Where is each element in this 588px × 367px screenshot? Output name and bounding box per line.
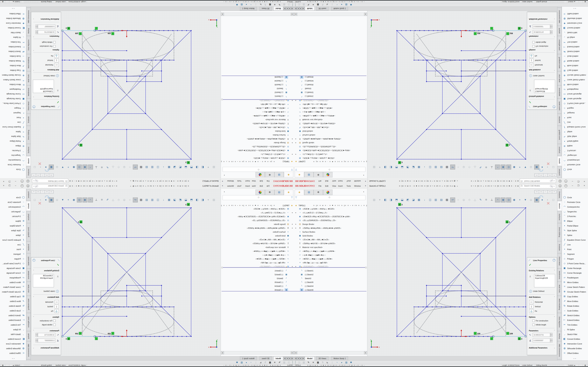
expand-chevron-icon[interactable]: ⌄ <box>554 347 555 349</box>
menu-item-file[interactable]: File <box>267 185 269 187</box>
tree-root[interactable]: ◈TЯPDL2.⊙ ƷƐ ⊙ Ш ⊙ ◦ ⊙ ✚ ⊙ ƆC ⊙ ƷƐ ⊙ • ⊙… <box>221 159 294 163</box>
view-toolbar-icon[interactable]: ✎ <box>478 165 483 169</box>
palette-item-centerpoint-arc[interactable]: ◠Centerpoint Arc <box>562 205 588 209</box>
palette-item-move-entities[interactable]: ⇗Move Entities <box>0 299 26 304</box>
doc-tab-model[interactable]: Model <box>305 6 315 11</box>
motion-toolbar-icon[interactable]: ▤ <box>239 361 244 364</box>
view-toolbar-icon[interactable]: ▨ <box>139 165 143 169</box>
palette-item-tangent-arc[interactable]: ◡Tangent Arc <box>562 153 588 158</box>
menu-item-tools[interactable]: Tools <box>237 185 242 187</box>
palette-item-sketch-fillet[interactable]: ◞Sketch Fillet <box>0 332 26 337</box>
ribbon-tab-mesh-modeling[interactable]: Mesh Modeling <box>557 296 562 313</box>
palette-item-offset-entities[interactable]: ⊂Offset Entities <box>0 351 26 356</box>
view-toolbar-icon[interactable]: ▥ <box>150 198 155 202</box>
palette-item-partial-ellipse[interactable]: ◖Partial Ellipse <box>562 139 588 143</box>
motion-toolbar-icon[interactable]: ◔ <box>335 3 339 6</box>
view-toolbar-icon[interactable]: ▦ <box>417 165 421 169</box>
view-toolbar-icon[interactable]: ⊥ <box>94 198 98 202</box>
palette-item-point[interactable]: ▪Point <box>0 247 26 252</box>
more-tools-chevron[interactable]: ⌄⌄ <box>573 357 576 359</box>
palette-item-point[interactable]: ▪Point <box>562 115 588 120</box>
palette-item-polygon[interactable]: ⌂Polygon <box>0 106 26 110</box>
tab-nav-icon[interactable]: |▶ <box>284 7 286 10</box>
pin-icon[interactable]: ✦ <box>365 180 366 182</box>
palette-item-intersection-curve[interactable]: ◈Intersection Curve <box>0 342 26 346</box>
add-relation-horizontal[interactable]: —Horizontal <box>529 63 543 67</box>
ribbon-tab-features[interactable]: Features <box>26 166 31 178</box>
palette-item-partial-ellipse[interactable]: ◖Partial Ellipse <box>0 224 26 228</box>
relations-listbox[interactable]: Collinear108 Equal length109 <box>33 80 54 93</box>
cancel-sketch-icon[interactable]: × <box>547 161 550 167</box>
tree-item-sketch2[interactable]: ▦(-) Sketch2 <box>294 273 367 277</box>
length-stepper[interactable]: ▲▼ <box>35 333 38 337</box>
ribbon-tab-direct-editing[interactable]: Direct Editing <box>26 223 31 241</box>
palette-item-tangent-arc[interactable]: ◡Tangent Arc <box>562 209 588 214</box>
palette-item-circle[interactable]: ◯Circle <box>562 195 588 200</box>
tree-item-sketch3[interactable]: └Sketch3 <box>294 86 367 90</box>
scroll-right-icon[interactable]: ▶ <box>221 351 224 354</box>
tree-item-sensors[interactable]: ◉○25✚3Ɛ25○ИN◎◦✚ƆC3ƐП3Ɛ25○◦○253ƐП3ƐƆC✚◦◎N… <box>221 148 294 152</box>
view-toolbar-icon[interactable]: ▾ <box>206 165 210 169</box>
tree-item-locked-folder[interactable]: ▶▤○253ƐИNAΠ+○◦○+ΠANИƐ325○◆ <box>221 265 294 269</box>
options-header[interactable]: Options <box>529 49 536 51</box>
palette-item-3-point-center-recta-[interactable]: ◇3 Point Center Recta... <box>562 261 588 266</box>
ribbon-tab-sketch[interactable]: Sketch <box>26 201 31 211</box>
ribbon-tab-mesh-modeling[interactable]: Mesh Modeling <box>26 296 31 313</box>
collapse-chevron-icon[interactable]: ⌃ <box>554 96 555 97</box>
palette-item-offset-entities[interactable]: ⊂Offset Entities <box>562 351 588 356</box>
panel-splitter-handle[interactable] <box>258 169 259 170</box>
status-sheet-icon[interactable]: ▤ <box>0 0 5 3</box>
scroll-right-icon[interactable]: ▶ <box>364 351 367 354</box>
motion-toolbar-icon[interactable]: ◳ <box>297 361 301 364</box>
view-toolbar-icon[interactable]: ◩ <box>406 165 410 169</box>
view-toolbar-icon[interactable]: ▼ <box>523 198 528 202</box>
palette-item-perimeter-circle[interactable]: ◌Perimeter Circle <box>0 162 26 167</box>
palette-item-offset-entities[interactable]: ⊂Offset Entities <box>0 11 26 16</box>
minimize-button[interactable]: – <box>570 180 575 183</box>
view-toolbar-icon[interactable]: ◻ <box>32 165 37 169</box>
tree-item-top-plane[interactable]: ▱○∙◎✚○✱◉▯○◦○▯◉✱○✚◎∙○ <box>221 110 294 114</box>
tree-item-design-binder[interactable]: ▶▤Design Binder <box>221 223 294 226</box>
view-toolbar-icon[interactable]: ⬓ <box>400 165 404 169</box>
motion-toolbar-icon[interactable]: ≡ <box>311 3 316 6</box>
additional-parameters-header[interactable]: Additional Parameters <box>41 18 59 20</box>
tree-item-annotations[interactable]: ▶A○25ИN◎◦✚A✚◎ИNA○◦○ANИ◎✚A✚◦◎NИ25○ <box>294 137 367 141</box>
tree-item-locked-folder[interactable]: ▶▤○253ƐИNAΠ+○◦○+ΠANИƐ325○◆ <box>221 98 294 102</box>
palette-item-line[interactable]: ╱Line <box>562 120 588 125</box>
doc-window-control[interactable]: ▭ <box>535 190 539 193</box>
tree-item-sketch5[interactable]: └(-) Sketch5 <box>294 281 367 284</box>
view-toolbar-icon[interactable]: ◧ <box>383 198 388 202</box>
palette-item-3-point-arc[interactable]: ⌒3 Point Arc <box>0 214 26 219</box>
tree-horizontal-scrollbar[interactable]: ◀ ▶ <box>294 351 367 354</box>
view-toolbar-icon[interactable]: ▤ <box>372 165 376 169</box>
palette-item-spline[interactable]: ≈Spline <box>562 129 588 134</box>
palette-item-center-rectangle[interactable]: ▣Center Rectangle <box>562 266 588 271</box>
view-toolbar-icon[interactable]: ◫ <box>156 198 160 202</box>
tab-propertymanager[interactable]: ▤ <box>274 190 284 195</box>
doc-window-control[interactable]: ▭ <box>539 190 543 193</box>
view-toolbar-icon[interactable]: ◉ <box>72 165 76 169</box>
menu-item-view[interactable]: View <box>332 180 336 182</box>
pin-icon[interactable]: ✦ <box>365 185 366 187</box>
menu-item-file[interactable]: File <box>267 180 269 182</box>
collapse-chevron-icon[interactable]: ⌃ <box>33 316 34 318</box>
palette-item-sketch-fillet[interactable]: ◞Sketch Fillet <box>562 30 588 35</box>
angle-stepper[interactable]: ▲▼ <box>35 339 38 342</box>
ribbon-tab-weldments[interactable]: Weldments <box>557 85 562 98</box>
tree-item-history[interactable]: ▶◔○Λ⊥◎✚25◦Ƶ○◦○Ƶ◦25✚◎⊥Λ○ <box>221 152 294 156</box>
search-box[interactable]: ❒ ▼ <box>32 184 68 188</box>
view-toolbar-icon[interactable]: ○ <box>456 198 460 202</box>
motion-toolbar-icon[interactable]: ✱ <box>349 361 353 364</box>
tree-item-sketch1[interactable]: └(-) Sketch1 <box>294 269 367 273</box>
ribbon-tab-mesh-modeling[interactable]: Mesh Modeling <box>26 54 31 71</box>
option-infinite-length[interactable]: Infinite length <box>42 324 56 326</box>
ribbon-tab-evaluate[interactable]: Evaluate <box>26 241 31 253</box>
view-toolbar-icon[interactable]: ◎ <box>77 165 82 169</box>
toolbar-grip[interactable] <box>295 361 296 364</box>
view-toolbar-icon[interactable]: ◪ <box>172 198 177 202</box>
tab-displaymanager[interactable] <box>256 190 265 195</box>
view-toolbar-icon[interactable]: ▼ <box>523 165 528 169</box>
view-toolbar-icon[interactable]: ▥ <box>433 165 438 169</box>
motion-toolbar-icon[interactable]: ✎ <box>277 2 282 6</box>
angle-stepper[interactable]: ▲▼ <box>35 25 38 28</box>
